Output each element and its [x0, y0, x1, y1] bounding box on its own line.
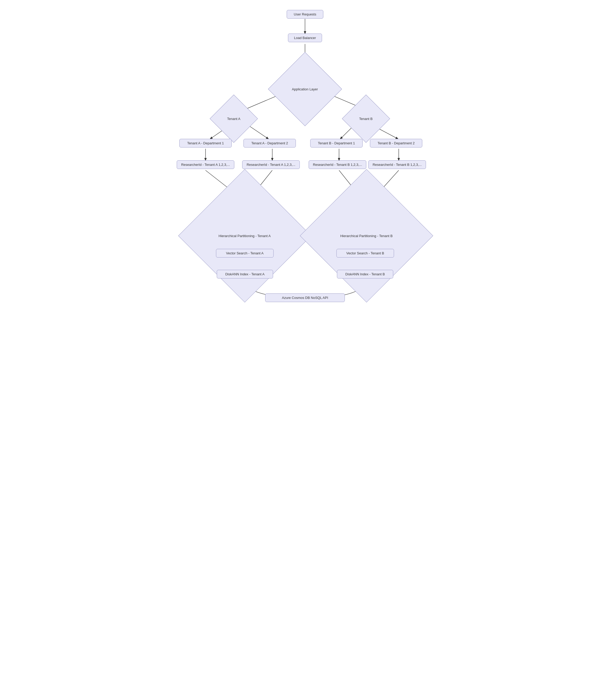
- tenant-a-dept2-node: Tenant A - Department 2: [243, 139, 296, 147]
- tenant-b-dept2-node: Tenant B - Department 2: [370, 139, 422, 147]
- researcher-a2-node: ResearcherId - Tenant A 1,2,3,...: [242, 160, 300, 169]
- researcher-b2-node: ResearcherId - Tenant B 1,2,3,...: [368, 160, 426, 169]
- application-layer-node: Application Layer: [268, 52, 342, 126]
- researcher-b1-node: ResearcherId - Tenant B 1,2,3,...: [309, 160, 366, 169]
- diskann-a-node: DiskANN Index - Tenant A: [217, 270, 273, 279]
- cosmos-db-node: Azure Cosmos DB NoSQL API: [265, 293, 345, 302]
- vector-search-a-node: Vector Search - Tenant A: [216, 249, 274, 258]
- user-requests-node: User Requests: [287, 10, 323, 19]
- researcher-a1-node: ResearcherId - Tenant A 1,2,3,...: [177, 160, 234, 169]
- load-balancer-node: Load Balancer: [288, 33, 322, 42]
- tenant-b-node: Tenant B: [342, 95, 390, 143]
- architecture-diagram: User Requests Load Balancer Application …: [174, 5, 436, 320]
- hier-part-b-node: Hierarchical Partitioning - Tenant B: [300, 169, 433, 302]
- vector-search-b-node: Vector Search - Tenant B: [336, 249, 394, 258]
- diskann-b-node: DiskANN Index - Tenant B: [337, 270, 393, 279]
- tenant-a-node: Tenant A: [210, 95, 258, 143]
- hier-part-a-node: Hierarchical Partitioning - Tenant A: [178, 169, 311, 302]
- tenant-b-dept1-node: Tenant B - Department 1: [310, 139, 363, 147]
- tenant-a-dept1-node: Tenant A - Department 1: [179, 139, 232, 147]
